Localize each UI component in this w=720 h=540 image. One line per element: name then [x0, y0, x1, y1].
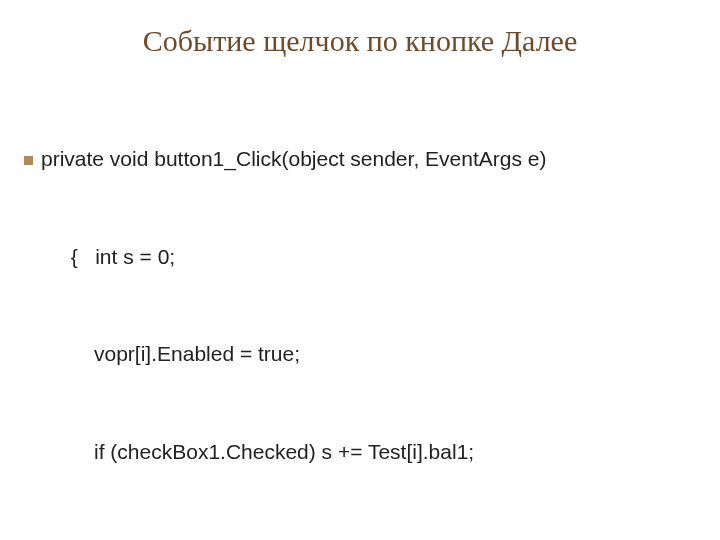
code-text: private void button1_Click(object sender… — [41, 147, 546, 170]
slide-title: Событие щелчок по кнопке Далее — [24, 24, 696, 58]
code-line: { int s = 0; — [24, 241, 696, 274]
bullet-icon — [24, 156, 33, 165]
code-text: if (checkBox1.Checked) s += Test[i].bal1… — [24, 440, 474, 463]
slide: Событие щелчок по кнопке Далее private v… — [0, 0, 720, 540]
code-line: if (checkBox1.Checked) s += Test[i].bal1… — [24, 436, 696, 469]
code-line: if (checkBox2.Checked) s += Test[i].bal2… — [24, 534, 696, 540]
code-text: vopr[i].Enabled = true; — [24, 342, 300, 365]
code-text: { int s = 0; — [24, 245, 175, 268]
code-line: private void button1_Click(object sender… — [24, 143, 696, 176]
code-line: vopr[i].Enabled = true; — [24, 338, 696, 371]
code-block: private void button1_Click(object sender… — [24, 78, 696, 540]
